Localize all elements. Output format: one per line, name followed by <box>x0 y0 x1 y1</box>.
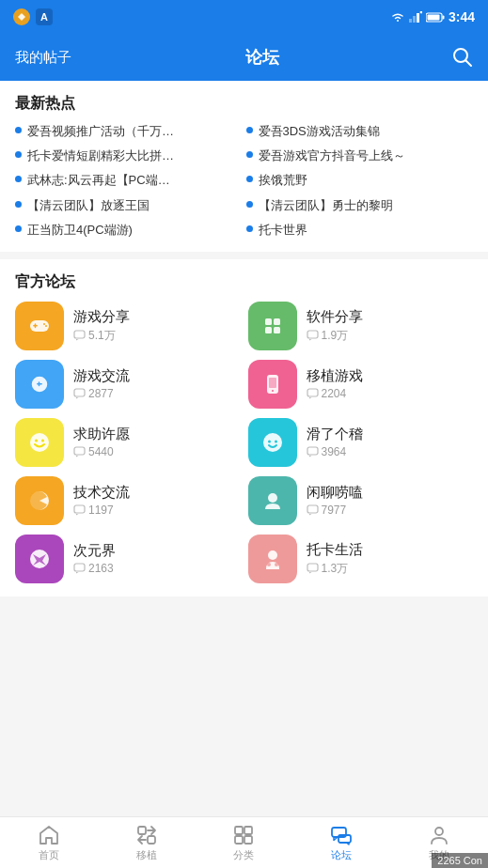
svg-point-59 <box>435 828 443 835</box>
svg-rect-55 <box>235 836 243 844</box>
svg-rect-36 <box>74 447 85 455</box>
hot-dot <box>246 151 253 158</box>
svg-point-37 <box>263 433 282 452</box>
forum-item[interactable]: 移植游戏 2204 <box>248 360 474 409</box>
hot-item[interactable]: 爱吾视频推广活动（千万… <box>15 123 243 140</box>
svg-rect-15 <box>35 323 37 328</box>
svg-point-33 <box>30 433 49 452</box>
forum-icon <box>15 535 64 583</box>
hot-dot <box>246 201 253 208</box>
forum-info: 软件分享 1.9万 <box>307 308 474 344</box>
svg-rect-32 <box>307 389 318 396</box>
nav-label: 移植 <box>136 848 157 862</box>
forum-name: 闲聊唠嗑 <box>307 484 474 502</box>
forum-item[interactable]: 软件分享 1.9万 <box>248 302 474 350</box>
forum-item[interactable]: 技术交流 1197 <box>15 476 241 525</box>
status-right-icons: 3:44 <box>390 9 475 24</box>
forum-item[interactable]: 次元界 2163 <box>15 535 241 583</box>
forum-item[interactable]: 游戏交流 2877 <box>15 360 241 409</box>
forum-count: 1197 <box>73 504 241 517</box>
search-button[interactable] <box>452 47 473 68</box>
forum-icon <box>248 476 297 525</box>
svg-rect-22 <box>274 327 280 333</box>
forum-icon <box>15 476 64 525</box>
hot-item[interactable]: 挨饿荒野 <box>246 172 474 189</box>
hot-item[interactable]: 【清云团队】放逐王国 <box>15 197 243 214</box>
svg-point-38 <box>268 440 271 442</box>
hot-item[interactable]: 托卡爱情短剧精彩大比拼… <box>15 147 243 164</box>
svg-rect-51 <box>138 827 146 834</box>
forum-item[interactable]: 滑了个稽 3964 <box>248 418 474 467</box>
main-content: 最新热点 爱吾视频推广活动（千万…爱吾3DS游戏活动集锦托卡爱情短剧精彩大比拼…… <box>0 81 488 816</box>
forum-info: 游戏分享 5.1万 <box>73 308 241 344</box>
forum-section-title: 官方论坛 <box>15 272 473 292</box>
svg-point-39 <box>275 440 277 442</box>
forum-info: 求助许愿 5440 <box>73 426 241 458</box>
forum-name: 游戏交流 <box>73 367 241 385</box>
svg-rect-4 <box>413 16 416 23</box>
nav-forum-icon <box>330 824 353 846</box>
forum-count: 7977 <box>307 504 474 517</box>
forum-icon <box>248 535 297 583</box>
page-title: 论坛 <box>245 46 279 69</box>
svg-point-49 <box>275 563 278 566</box>
forum-grid: 游戏分享 5.1万 软件分享 1.9万 <box>15 302 473 583</box>
forum-item[interactable]: 闲聊唠嗑 7977 <box>248 476 474 525</box>
svg-point-31 <box>272 390 274 392</box>
svg-point-48 <box>267 563 271 566</box>
forum-count: 2163 <box>73 562 241 575</box>
forum-section: 官方论坛 游戏分享 5.1万 软件分享 <box>0 259 488 597</box>
svg-rect-9 <box>442 15 444 19</box>
forum-count: 5440 <box>73 445 241 458</box>
forum-name: 技术交流 <box>73 484 241 502</box>
nav-item-移植[interactable]: 移植 <box>98 824 196 862</box>
comment-count-icon <box>307 563 319 574</box>
hot-item[interactable]: 爱吾3DS游戏活动集锦 <box>246 123 474 140</box>
svg-rect-20 <box>274 318 280 325</box>
svg-rect-53 <box>235 827 243 834</box>
nav-item-首页[interactable]: 首页 <box>0 824 98 862</box>
hot-item[interactable]: 爱吾游戏官方抖音号上线～ <box>246 147 474 164</box>
hot-item[interactable]: 武林志:风云再起【PC端… <box>15 172 243 189</box>
comment-count-icon <box>307 504 319 516</box>
forum-item[interactable]: 托卡生活 1.3万 <box>248 535 474 583</box>
hot-section: 最新热点 爱吾视频推广活动（千万…爱吾3DS游戏活动集锦托卡爱情短剧精彩大比拼…… <box>0 81 488 252</box>
svg-point-47 <box>268 550 277 560</box>
svg-rect-46 <box>74 564 85 571</box>
svg-rect-18 <box>74 331 85 338</box>
status-bar: A 3:44 <box>0 0 488 34</box>
svg-point-17 <box>45 325 47 327</box>
forum-count: 2204 <box>307 387 474 400</box>
svg-rect-23 <box>307 331 318 338</box>
wifi-icon <box>390 10 405 23</box>
time-display: 3:44 <box>449 9 475 24</box>
signal-icon <box>409 11 422 23</box>
battery-icon <box>426 12 445 23</box>
hot-item[interactable]: 托卡世界 <box>246 222 474 239</box>
hot-dot <box>246 225 253 232</box>
forum-name: 求助许愿 <box>73 426 241 443</box>
forum-icon <box>248 302 297 350</box>
forum-icon <box>15 302 64 350</box>
my-posts-button[interactable]: 我的帖子 <box>15 49 71 67</box>
forum-info: 次元界 2163 <box>73 542 241 575</box>
svg-rect-52 <box>148 836 155 844</box>
forum-icon <box>15 360 64 409</box>
nav-item-论坛[interactable]: 论坛 <box>292 824 390 862</box>
forum-name: 次元界 <box>73 542 241 560</box>
svg-rect-21 <box>265 327 272 333</box>
forum-count: 5.1万 <box>73 328 241 344</box>
svg-rect-27 <box>39 381 40 386</box>
forum-count: 1.3万 <box>307 561 474 577</box>
forum-info: 托卡生活 1.3万 <box>307 541 474 577</box>
nav-item-分类[interactable]: 分类 <box>196 824 293 862</box>
forum-info: 闲聊唠嗑 7977 <box>307 484 474 517</box>
hot-grid: 爱吾视频推广活动（千万…爱吾3DS游戏活动集锦托卡爱情短剧精彩大比拼…爱吾游戏官… <box>15 123 473 239</box>
forum-icon <box>248 360 297 409</box>
svg-text:A: A <box>40 11 48 23</box>
svg-point-43 <box>268 493 277 503</box>
forum-item[interactable]: 求助许愿 5440 <box>15 418 241 467</box>
hot-item[interactable]: 【清云团队】勇士的黎明 <box>246 197 474 214</box>
forum-item[interactable]: 游戏分享 5.1万 <box>15 302 241 350</box>
hot-item[interactable]: 正当防卫4(PC端游) <box>15 222 243 239</box>
